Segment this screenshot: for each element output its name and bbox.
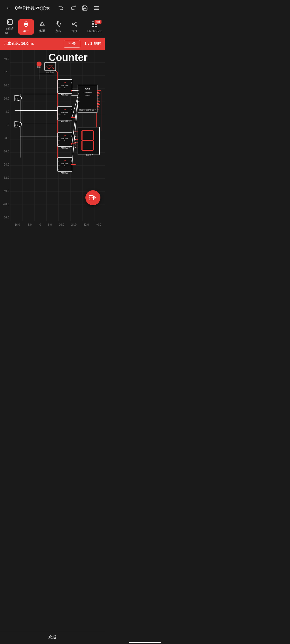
connect-icon (71, 21, 78, 28)
svg-text:JK触发器 3: JK触发器 3 (60, 120, 70, 123)
status-bar: 元素延迟: 16.0ms 折叠 1：1 即时 (0, 38, 105, 50)
fab-icon (89, 195, 97, 200)
svg-rect-14 (92, 25, 94, 27)
x-axis-labels: -16.0 -8.0 .0 8.0 16.0 24.0 32.0 40.0 (10, 223, 105, 226)
electrobox-badge: 新建 (95, 20, 102, 24)
svg-line-159 (72, 102, 78, 164)
multi-label: 多重 (39, 29, 45, 33)
svg-text:Clk: Clk (59, 86, 61, 88)
svg-point-67 (37, 62, 41, 66)
single-icon (23, 21, 29, 28)
svg-text:Q: Q (71, 135, 72, 137)
svg-text:BCD: BCD (85, 88, 90, 90)
x-label-n8: -8.0 (27, 223, 32, 226)
svg-text:高 23: 高 23 (37, 66, 41, 68)
x-label-32: 32.0 (84, 223, 89, 226)
svg-text:7-Segment: 7-Segment (84, 92, 92, 93)
svg-text:JK触发器 4: JK触发器 4 (60, 93, 70, 96)
svg-text:g: g (75, 147, 76, 148)
header: ← 0至F计数器演示 (0, 0, 105, 16)
fab-button[interactable] (85, 190, 100, 205)
svg-text:生成器 22: 生成器 22 (46, 71, 54, 74)
svg-text:c: c (75, 136, 76, 137)
svg-text:J: J (59, 82, 59, 84)
svg-text:JK: JK (63, 108, 66, 111)
toolbar-item-single[interactable]: 单一 (18, 19, 34, 35)
single-label: 单一 (23, 29, 29, 33)
svg-text:Display: Display (85, 94, 90, 96)
svg-text:b: b (75, 133, 76, 135)
svg-text:K: K (59, 144, 60, 145)
element-delay: 元素延迟: 16.0ms (4, 41, 64, 46)
svg-text:f: f (75, 144, 76, 146)
electrobox-label: ElectroBox (87, 30, 102, 33)
svg-text:Clk: Clk (59, 113, 61, 115)
svg-text:7段显示 8: 7段显示 8 (85, 153, 93, 156)
svg-text:e: e (75, 141, 76, 143)
scroll-back-label: 向后滚动 (5, 27, 15, 35)
svg-text:Q: Q (64, 165, 65, 167)
svg-text:JK触发器 2: JK触发器 2 (60, 147, 70, 149)
svg-text:K: K (59, 117, 60, 119)
svg-text:FLIP-FLOP: FLIP-FLOP (61, 163, 68, 164)
back-icon: ← (6, 5, 12, 12)
click-label: 点击 (55, 29, 61, 33)
toolbar-item-click[interactable]: 点击 (50, 19, 66, 35)
svg-text:K: K (59, 90, 60, 92)
svg-text:Clk: Clk (59, 164, 61, 166)
svg-text:Q: Q (64, 114, 65, 115)
svg-text:Q: Q (71, 109, 72, 111)
svg-text:J: J (59, 160, 59, 162)
connect-label: 连接 (71, 29, 77, 33)
fold-button[interactable]: 折叠 (64, 40, 80, 47)
scale-label: 1：1 即时 (85, 41, 101, 46)
svg-point-4 (25, 23, 27, 25)
svg-text:JK: JK (63, 82, 66, 84)
svg-text:1.0kHz: 1.0kHz (48, 64, 53, 66)
save-button[interactable] (81, 4, 89, 12)
toolbar-item-scroll-back[interactable]: 向后滚动 (2, 17, 18, 36)
svg-text:与 6: 与 6 (14, 98, 18, 100)
svg-text:JK: JK (63, 135, 66, 137)
svg-text:B: B (78, 93, 79, 95)
svg-text:JK: JK (63, 160, 66, 162)
svg-line-10 (73, 23, 76, 24)
svg-text:J: J (59, 135, 59, 137)
back-button[interactable]: ← (4, 4, 13, 12)
x-label-16: 16.0 (59, 223, 64, 226)
toolbar-item-electrobox[interactable]: 新建 ElectroBox (85, 19, 104, 34)
svg-text:C: C (78, 97, 79, 99)
redo-button[interactable] (69, 4, 77, 12)
undo-button[interactable] (57, 4, 65, 12)
x-label-0: .0 (39, 223, 41, 226)
svg-text:Clk: Clk (59, 140, 61, 141)
svg-text:D: D (78, 101, 79, 103)
svg-text:Q: Q (64, 87, 65, 89)
click-icon (55, 21, 61, 28)
svg-text:d: d (75, 138, 76, 140)
svg-line-11 (73, 24, 76, 25)
toolbar-item-multi[interactable]: 多重 (34, 19, 50, 35)
svg-rect-15 (95, 25, 97, 27)
svg-text:FLIP-FLOP: FLIP-FLOP (61, 85, 68, 86)
svg-text:Q: Q (64, 140, 65, 142)
toolbar-item-flow[interactable]: 轮流 (104, 19, 105, 35)
canvas-area[interactable]: 40.0 32.0 24.0 16.0 8.0 -.0 -8.0 -16.0 -… (0, 50, 105, 227)
toolbar-item-connect[interactable]: 连接 (67, 19, 82, 35)
svg-text:JK触发器 1: JK触发器 1 (60, 171, 70, 174)
svg-text:J: J (59, 109, 59, 111)
svg-text:FLIP-FLOP: FLIP-FLOP (61, 112, 68, 113)
toolbar: 向后滚动 单一 多重 点击 (0, 16, 105, 38)
svg-text:K: K (59, 169, 60, 170)
multi-icon (39, 21, 45, 28)
x-label-n16: -16.0 (14, 223, 20, 226)
svg-text:FLIP-FLOP: FLIP-FLOP (61, 138, 68, 140)
header-actions (57, 4, 100, 12)
svg-text:A: A (78, 89, 79, 91)
svg-text:与 5: 与 5 (14, 124, 18, 126)
svg-text:Q: Q (71, 82, 72, 84)
svg-rect-12 (92, 22, 94, 24)
x-label-40: 40.0 (96, 223, 101, 226)
x-label-24: 24.0 (71, 223, 76, 226)
menu-button[interactable] (93, 4, 100, 12)
